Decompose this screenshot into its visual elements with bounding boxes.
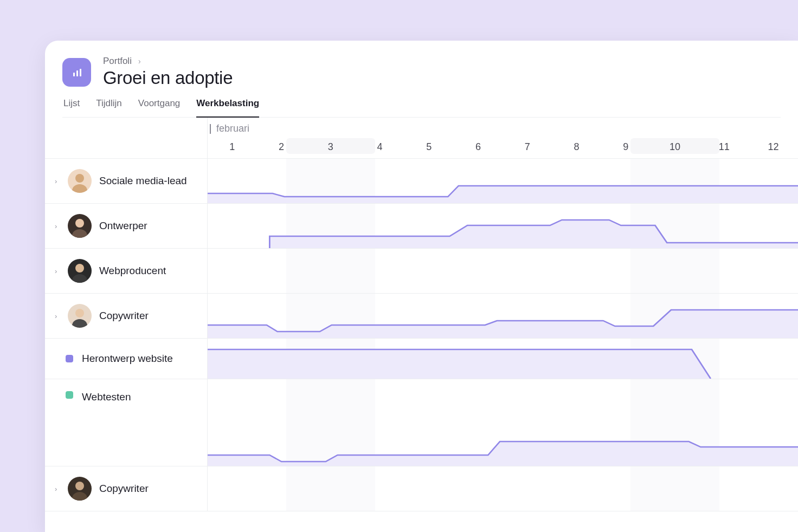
date-cell[interactable]: 1 <box>208 141 257 153</box>
date-cell[interactable]: 4 <box>355 141 404 153</box>
weekend-col <box>286 466 375 511</box>
project-color-dot <box>66 355 73 362</box>
date-cell[interactable]: 9 <box>601 141 651 153</box>
workload-row: › Copywriter <box>45 294 798 339</box>
chevron-right-icon[interactable]: › <box>55 485 60 493</box>
date-cell[interactable]: 11 <box>700 141 749 153</box>
row-label: Ontwerper <box>99 220 147 232</box>
breadcrumb[interactable]: Portfoli › <box>103 56 233 67</box>
row-left[interactable]: › Copywriter <box>45 466 208 511</box>
rows-container: › Sociale media-lead › <box>45 159 798 511</box>
timeline-dates: februari 1 2 3 4 5 6 7 8 9 10 11 12 <box>208 118 798 158</box>
tab-progress[interactable]: Voortgang <box>138 98 181 118</box>
avatar <box>68 169 92 193</box>
project-row: Herontwerp website <box>45 339 798 379</box>
workload-row: › Sociale media-lead <box>45 159 798 204</box>
date-cell[interactable]: 7 <box>503 141 552 153</box>
svg-rect-2 <box>80 69 81 76</box>
row-chart <box>208 249 798 293</box>
chevron-right-icon: › <box>138 57 141 66</box>
svg-point-3 <box>75 174 84 183</box>
workload-chart <box>208 379 798 466</box>
avatar <box>68 304 92 328</box>
timeline-header-gutter <box>45 118 208 158</box>
date-cell[interactable]: 10 <box>651 141 700 153</box>
date-cell[interactable]: 5 <box>404 141 454 153</box>
row-left[interactable]: › Sociale media-lead <box>45 159 208 203</box>
workload-row: › Webproducent <box>45 249 798 294</box>
row-label: Sociale media-lead <box>99 175 187 187</box>
svg-point-8 <box>72 274 87 283</box>
row-label: Webproducent <box>99 265 166 277</box>
row-left[interactable]: › Ontwerper <box>45 204 208 248</box>
row-chart <box>208 466 798 511</box>
workload-chart <box>208 204 798 248</box>
header-top: Portfoli › Groei en adoptie <box>62 56 781 88</box>
header-text: Portfoli › Groei en adoptie <box>103 56 233 88</box>
app-window: Portfoli › Groei en adoptie Lijst Tijdli… <box>45 41 798 532</box>
row-chart <box>208 159 798 203</box>
date-cell[interactable]: 3 <box>306 141 356 153</box>
row-left[interactable]: Herontwerp website <box>45 339 208 379</box>
breadcrumb-label[interactable]: Portfoli <box>103 56 132 67</box>
row-left[interactable]: Webtesten <box>45 379 208 466</box>
date-cell[interactable]: 6 <box>454 141 503 153</box>
avatar <box>68 214 92 238</box>
row-label: Copywriter <box>99 310 149 322</box>
avatar <box>68 477 92 501</box>
svg-point-5 <box>75 219 84 228</box>
row-left[interactable]: › Webproducent <box>45 249 208 293</box>
date-cell[interactable]: 12 <box>749 141 798 153</box>
date-cell[interactable]: 2 <box>257 141 306 153</box>
tab-list[interactable]: Lijst <box>63 98 80 118</box>
row-chart <box>208 379 798 466</box>
portfolio-folder-icon[interactable] <box>62 58 91 87</box>
row-label: Webtesten <box>82 391 131 403</box>
row-chart <box>208 294 798 338</box>
svg-rect-1 <box>76 70 78 76</box>
svg-point-7 <box>75 264 84 273</box>
workload-chart <box>208 339 798 379</box>
date-numbers: 1 2 3 4 5 6 7 8 9 10 11 12 <box>208 141 798 153</box>
row-chart <box>208 204 798 248</box>
tab-timeline[interactable]: Tijdlijn <box>96 98 122 118</box>
project-color-dot <box>66 391 73 399</box>
bar-chart-icon <box>70 66 83 79</box>
row-chart <box>208 339 798 379</box>
weekend-col <box>286 249 375 293</box>
weekend-col <box>630 466 719 511</box>
chevron-right-icon[interactable]: › <box>55 177 60 185</box>
month-text: februari <box>216 123 249 134</box>
workload-chart <box>208 294 798 338</box>
tab-workload[interactable]: Werkbelasting <box>196 98 259 118</box>
svg-point-10 <box>72 319 87 328</box>
row-left[interactable]: › Copywriter <box>45 294 208 338</box>
chevron-right-icon[interactable]: › <box>55 222 60 230</box>
month-label: februari <box>210 123 249 134</box>
weekend-col <box>630 249 719 293</box>
date-cell[interactable]: 8 <box>552 141 601 153</box>
month-marker-icon <box>210 124 211 134</box>
svg-point-11 <box>75 482 84 490</box>
svg-point-6 <box>72 229 87 238</box>
tabs: Lijst Tijdlijn Voortgang Werkbelasting <box>62 98 781 118</box>
workload-row: › Ontwerper <box>45 204 798 249</box>
chevron-right-icon[interactable]: › <box>55 267 60 275</box>
project-row: Webtesten <box>45 379 798 466</box>
chevron-right-icon[interactable]: › <box>55 312 60 320</box>
avatar <box>68 259 92 283</box>
row-label: Copywriter <box>99 483 149 495</box>
svg-point-9 <box>75 309 84 317</box>
svg-point-4 <box>72 184 87 193</box>
workload-row: › Copywriter <box>45 466 798 511</box>
svg-rect-0 <box>73 73 75 76</box>
page-title: Groei en adoptie <box>103 68 233 88</box>
header: Portfoli › Groei en adoptie Lijst Tijdli… <box>45 41 798 118</box>
workload-chart <box>208 159 798 203</box>
svg-point-12 <box>72 492 87 501</box>
timeline-header: februari 1 2 3 4 5 6 7 8 9 10 11 12 <box>45 118 798 159</box>
row-label: Herontwerp website <box>82 353 173 365</box>
